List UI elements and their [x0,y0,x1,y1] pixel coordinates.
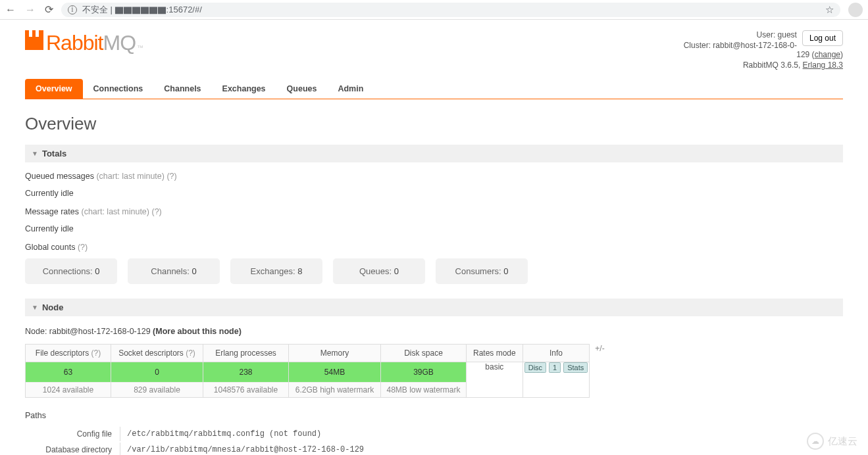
cell-sd: 0 829 available [111,362,203,398]
columns-toggle[interactable]: +/- [595,344,604,353]
cloud-icon: ☁ [807,433,824,450]
count-exchanges[interactable]: Exchanges: 8 [230,258,322,284]
info-chip-1[interactable]: 1 [549,362,561,373]
section-node-label: Node [42,302,64,312]
info-chip-stats[interactable]: Stats [563,362,588,373]
rates-idle: Currently idle [25,224,843,233]
queued-messages-row: Queued messages (chart: last minute) (?) [25,172,843,181]
chart-hint-2: (chart: last minute) [81,207,149,216]
path-row-config: Config file /etc/rabbitmq/rabbitmq.confi… [26,427,842,441]
message-rates-row: Message rates (chart: last minute) (?) [25,207,843,216]
node-table-header-row: File descriptors (?) Socket descriptors … [26,345,590,362]
logo-tm: ™ [137,44,143,51]
global-count-boxes: Connections: 0 Channels: 0 Exchanges: 8 … [25,258,843,284]
path-value-db: /var/lib/rabbitmq/mnesia/rabbit@host-172… [120,443,842,455]
cell-disk: 39GB 48MB low watermark [381,362,467,398]
user-label: User: [757,30,776,39]
profile-avatar[interactable] [848,3,863,17]
user-box: Log out User: guest Cluster: rabbit@host… [683,30,843,71]
chevron-down-icon: ▼ [32,150,38,157]
queued-idle: Currently idle [25,189,843,198]
more-about-node-link[interactable]: (More about this node) [153,327,242,336]
paths-table: Config file /etc/rabbitmq/rabbitmq.confi… [25,425,843,455]
tab-channels[interactable]: Channels [153,79,211,99]
th-erlang-processes: Erlang processes [203,345,289,362]
path-value-config: /etc/rabbitmq/rabbitmq.config (not found… [120,427,842,441]
path-label-config: Config file [26,427,118,441]
cell-info: Disc1Stats [523,362,590,398]
nav-tabs: Overview Connections Channels Exchanges … [25,79,843,99]
tab-overview[interactable]: Overview [25,79,83,99]
th-socket-descriptors: Socket descriptors (?) [111,345,203,362]
node-name: rabbit@host-172-168-0-129 [49,327,151,336]
global-counts-label: Global counts [25,243,75,252]
th-disk-space: Disk space [381,345,467,362]
logo-text-rabbit: Rabbit [46,31,103,55]
cell-rates-mode: basic [467,362,523,398]
user-name: guest [778,30,797,39]
url-bar[interactable]: i 不安全 | ▇▇▇▇▇▇:15672/#/ ☆ [61,3,840,17]
th-file-descriptors: File descriptors (?) [26,345,111,362]
watermark-text: 亿速云 [828,435,857,448]
th-info: Info [523,345,590,362]
cluster-name: rabbit@host-172-168-0-129 [713,41,809,59]
cell-fd: 63 1024 available [26,362,111,398]
tab-exchanges[interactable]: Exchanges [212,79,276,99]
tab-admin[interactable]: Admin [327,79,374,99]
logo-text-mq: MQ [103,31,136,55]
rabbitmq-logo[interactable]: RabbitMQ ™ [25,30,143,55]
watermark: ☁ 亿速云 [807,433,857,450]
url-text: 不安全 | ▇▇▇▇▇▇:15672/#/ [82,4,202,16]
message-rates-label: Message rates [25,207,79,216]
tab-queues[interactable]: Queues [276,79,328,99]
cluster-label: Cluster: [684,41,711,50]
chart-hint-1: (chart: last minute) [96,172,165,181]
th-memory: Memory [289,345,381,362]
chevron-down-icon: ▼ [32,304,38,311]
tab-connections[interactable]: Connections [83,79,154,99]
cell-memory: 54MB 6.2GB high watermark [289,362,381,398]
count-channels[interactable]: Channels: 0 [128,258,220,284]
bookmark-star-icon[interactable]: ☆ [825,4,834,16]
reload-icon[interactable]: ⟳ [45,5,53,15]
cell-ep: 238 1048576 available [203,362,289,398]
help-rates[interactable]: (?) [151,207,161,216]
erlang-version-link[interactable]: Erlang 18.3 [803,60,843,70]
node-name-line: Node: rabbit@host-172-168-0-129 (More ab… [25,327,843,336]
node-table-data-row: 63 1024 available 0 829 available 238 10… [26,362,590,398]
forward-icon[interactable]: → [25,5,36,15]
back-icon[interactable]: ← [5,5,16,15]
global-counts-row: Global counts (?) [25,243,843,252]
paths-title: Paths [25,411,843,420]
help-queued[interactable]: (?) [166,172,176,181]
help-global[interactable]: (?) [78,243,88,252]
rabbitmq-version: RabbitMQ 3.6.5, [743,60,800,70]
count-connections[interactable]: Connections: 0 [25,258,117,284]
node-line-label: Node: [25,327,47,336]
logout-button[interactable]: Log out [802,30,843,46]
queued-messages-label: Queued messages [25,172,94,181]
browser-nav: ← → ⟳ [5,5,53,15]
info-icon[interactable]: i [68,5,77,14]
count-consumers[interactable]: Consumers: 0 [436,258,528,284]
path-row-db: Database directory /var/lib/rabbitmq/mne… [26,443,842,455]
page-title: Overview [25,114,843,134]
header-row: RabbitMQ ™ Log out User: guest Cluster: … [25,30,843,71]
section-node-header[interactable]: ▼ Node [25,299,843,316]
th-rates-mode: Rates mode [467,345,523,362]
node-stats-table: File descriptors (?) Socket descriptors … [25,344,590,398]
section-totals-header[interactable]: ▼ Totals [25,145,843,162]
info-chip-disc[interactable]: Disc [524,362,546,373]
path-label-db: Database directory [26,443,118,455]
count-queues[interactable]: Queues: 0 [333,258,425,284]
browser-chrome: ← → ⟳ i 不安全 | ▇▇▇▇▇▇:15672/#/ ☆ [0,0,868,20]
section-totals-label: Totals [42,149,66,158]
rabbitmq-logo-mark [25,30,43,50]
change-cluster-link[interactable]: change [815,50,840,59]
